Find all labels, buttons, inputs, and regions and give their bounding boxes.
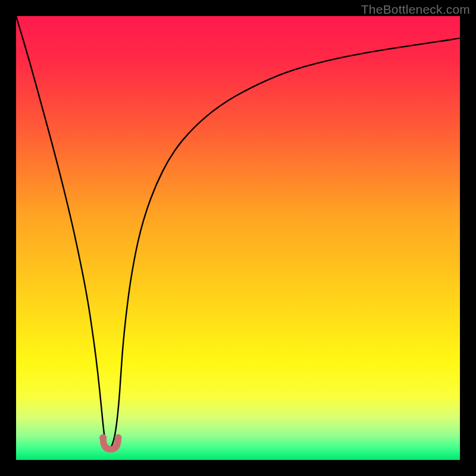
valley-left-dot bbox=[99, 434, 107, 441]
chart-frame: TheBottleneck.com bbox=[0, 0, 476, 476]
valley-right-dot bbox=[115, 434, 122, 441]
chart-plot-area bbox=[16, 16, 460, 460]
gradient-background bbox=[16, 16, 460, 460]
chart-svg bbox=[16, 16, 460, 460]
watermark-text: TheBottleneck.com bbox=[361, 2, 470, 17]
